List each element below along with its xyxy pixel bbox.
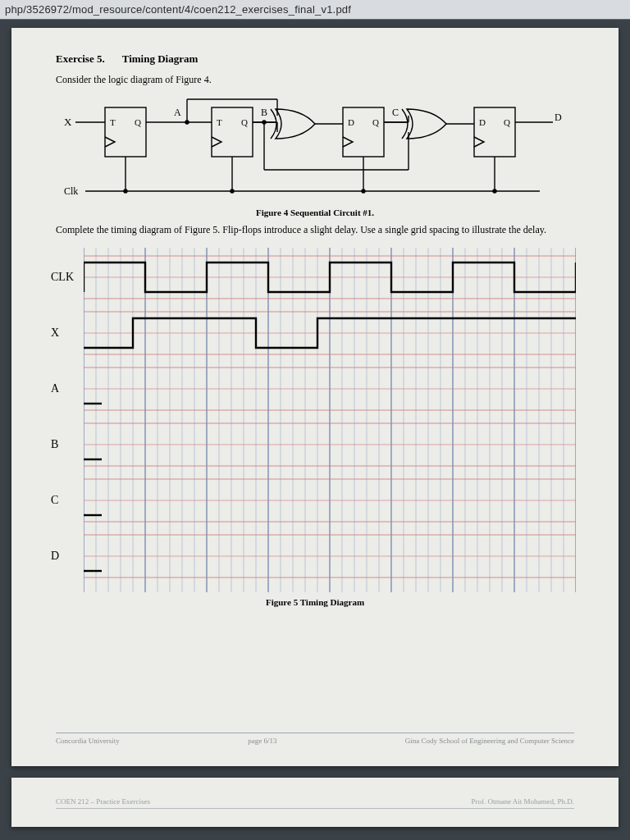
stub-left: COEN 212 – Practice Exercises [56, 797, 150, 806]
page-footer: Concordia University page 6/13 Gina Cody… [56, 733, 574, 745]
ff4-d: D [479, 117, 486, 127]
exercise-number: Exercise 5. [56, 52, 105, 65]
url-bar: php/3526972/mod_resource/content/4/coen2… [0, 0, 630, 20]
ff1-t: T [110, 117, 116, 127]
exercise-heading: Exercise 5. Timing Diagram [56, 52, 574, 66]
instruction-text: Complete the timing diagram of Figure 5.… [56, 224, 574, 236]
ff2-q: Q [241, 117, 248, 127]
footer-left: Concordia University [56, 737, 120, 745]
figure-4-caption: Figure 4 Sequential Circuit #1. [56, 208, 574, 217]
svg-point-8 [185, 121, 189, 124]
label-clk: Clk [64, 185, 78, 197]
svg-point-15 [262, 121, 266, 124]
label-a-row: A [51, 382, 59, 395]
footer-center: page 6/13 [248, 737, 276, 745]
svg-point-31 [493, 189, 496, 193]
pdf-page-2-stub: COEN 212 – Practice Exercises Prof. Otma… [11, 778, 619, 827]
label-d-row: D [51, 550, 59, 563]
label-a: A [174, 107, 181, 118]
stub-right: Prof. Otmane Ait Mohamed, Ph.D. [472, 797, 575, 806]
pdf-page-1: Exercise 5. Timing Diagram Consider the … [11, 28, 619, 766]
ff3-q: Q [372, 117, 379, 127]
label-b: B [261, 107, 267, 118]
figure-5-caption: Figure 5 Timing Diagram [56, 597, 574, 607]
ff2-t: T [217, 117, 222, 127]
svg-point-28 [124, 189, 127, 193]
label-b-row: B [51, 438, 58, 451]
svg-point-29 [231, 189, 234, 193]
label-clk-row: CLK [51, 271, 74, 284]
label-x-row: X [51, 326, 59, 340]
figure-5-timing: CLK X A B C D [56, 248, 574, 592]
svg-rect-1 [105, 107, 146, 157]
footer-right: Gina Cody School of Engineering and Comp… [405, 737, 574, 745]
svg-rect-21 [474, 107, 515, 157]
label-c: C [392, 107, 399, 118]
svg-rect-3 [212, 107, 253, 157]
ff4-q: Q [504, 117, 510, 127]
label-d: D [555, 112, 562, 123]
label-x: X [64, 116, 72, 128]
svg-point-30 [362, 189, 365, 193]
svg-rect-12 [343, 107, 384, 157]
ff3-d: D [348, 117, 354, 127]
ff1-q: Q [135, 117, 141, 127]
label-c-row: C [51, 494, 58, 507]
pdf-viewer: Exercise 5. Timing Diagram Consider the … [0, 20, 630, 840]
exercise-title: Timing Diagram [122, 52, 199, 65]
figure-4-circuit: X T Q A T Q B [64, 98, 574, 204]
consider-text: Consider the logic diagram of Figure 4. [56, 74, 574, 86]
